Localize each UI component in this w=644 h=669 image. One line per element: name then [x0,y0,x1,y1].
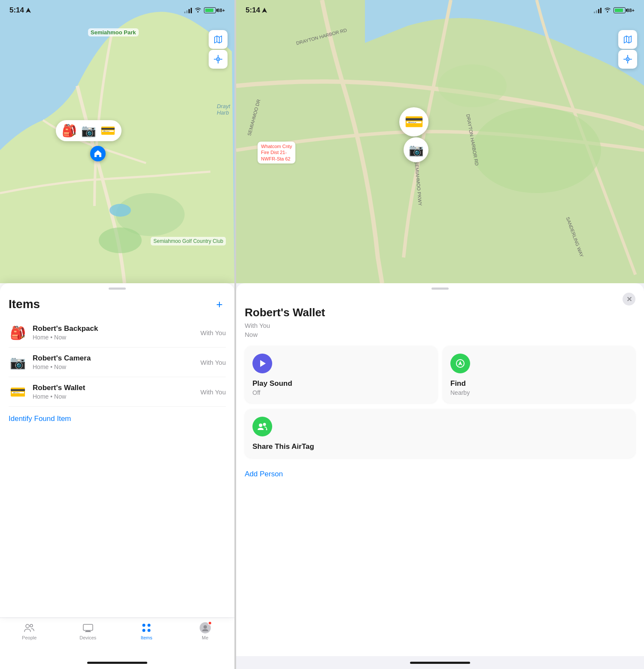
camera-sub: Home • Now [33,363,200,370]
me-tab-icon [200,622,211,633]
tab-me[interactable]: Me [176,622,235,640]
add-person-button[interactable]: Add Person [245,464,635,483]
wallet-sub: Home • Now [33,393,200,400]
play-sound-sub: Off [252,389,430,396]
add-item-button[interactable]: + [213,298,226,311]
devices-tab-icon [82,622,94,633]
map-view-toggle[interactable] [209,30,228,49]
right-home-bar [410,662,470,664]
list-item[interactable]: 📷 Robert's Camera Home • Now With You [9,348,226,377]
left-phone-panel: Semiahmoo Park Semiahmoo Golf Country Cl… [0,0,234,669]
camera-detail-marker[interactable]: 📷 [404,137,428,162]
items-tab-icon [141,622,152,633]
wallet-detail-marker[interactable]: 💳 [399,107,428,136]
right-map[interactable]: DRAYTON HARBOR RD SEMIAHMOO DR DRAYTON H… [236,0,644,283]
camera-info: Robert's Camera Home • Now [33,354,200,370]
backpack-sub: Home • Now [33,334,200,341]
svg-point-27 [263,423,266,426]
svg-point-15 [148,629,151,632]
wallet-marker-left: 💳 [100,124,115,138]
home-pin [90,146,106,161]
left-signal [184,7,192,13]
svg-point-8 [30,624,33,627]
items-bottom-sheet: Items + 🎒 Robert's Backpack Home • Now W… [0,283,234,618]
me-avatar [200,622,211,633]
map-marker-cluster[interactable]: 🎒 📷 💳 [56,120,122,141]
right-status-bar: 5:14 88+ [236,0,644,17]
svg-point-6 [218,59,219,60]
tab-people-label: People [22,635,36,640]
camera-icon: 📷 [9,353,27,371]
camera-status: With You [200,359,226,366]
left-status-icons: 88+ [184,7,225,14]
right-battery: 88+ [614,7,635,13]
people-tab-icon [24,622,35,633]
svg-point-2 [99,227,142,253]
location-center-btn[interactable] [209,50,228,69]
wallet-status: With You [200,388,226,396]
detail-item-name: Robert's Wallet [245,306,635,319]
detail-status: With You Now [245,321,635,339]
play-sound-card[interactable]: Play Sound Off [245,346,437,403]
right-map-view-toggle[interactable] [618,30,637,49]
svg-point-16 [204,625,207,629]
svg-marker-20 [262,8,267,13]
action-cards: Play Sound Off Find Nearby [245,346,635,403]
backpack-icon: 🎒 [9,324,27,342]
svg-point-22 [627,59,629,60]
tab-people[interactable]: People [0,622,59,640]
detail-sheet: ✕ Robert's Wallet With You Now Play [236,283,644,656]
left-map-controls [209,30,228,69]
backpack-info: Robert's Backpack Home • Now [33,324,200,341]
list-item[interactable]: 💳 Robert's Wallet Home • Now With You [9,377,226,407]
camera-marker: 📷 [81,124,96,138]
find-nearby-icon [450,354,470,373]
svg-point-12 [143,624,146,627]
find-label: Find [450,379,628,388]
identify-found-item-link[interactable]: Identify Found Item [9,407,226,428]
detail-sheet-inner: ✕ Robert's Wallet With You Now Play [236,283,644,656]
tab-items-label: Items [141,635,152,640]
tab-bar: People Devices Items [0,618,234,656]
svg-point-19 [438,64,507,107]
left-status-bar: 5:14 88+ [0,0,234,17]
golf-club-label: Semiahmoo Golf Country Club [151,237,226,245]
find-nearby-card[interactable]: Find Nearby [443,346,635,403]
sheet-handle [109,288,126,290]
share-airtag-label: Share This AirTag [252,442,628,451]
list-item[interactable]: 🎒 Robert's Backpack Home • Now With You [9,318,226,348]
play-sound-label: Play Sound [252,379,430,388]
backpack-status: With You [200,329,226,336]
tab-devices[interactable]: Devices [59,622,118,640]
find-sub: Nearby [450,389,628,396]
right-map-controls [618,30,637,69]
svg-point-18 [472,107,601,193]
left-map[interactable]: Semiahmoo Park Semiahmoo Golf Country Cl… [0,0,234,283]
right-status-time: 5:14 [246,6,267,15]
svg-marker-4 [26,8,31,13]
left-home-indicator [0,656,234,669]
tab-items[interactable]: Items [117,622,176,640]
items-header: Items + [9,297,226,311]
camera-name: Robert's Camera [33,354,200,363]
wallet-marker-emoji: 💳 [404,113,424,131]
share-airtag-card[interactable]: Share This AirTag [245,409,635,458]
right-phone-panel: DRAYTON HARBOR RD SEMIAHMOO DR DRAYTON H… [236,0,644,669]
svg-point-28 [266,429,267,430]
item-list: 🎒 Robert's Backpack Home • Now With You … [9,318,226,407]
drayton-harbor-label: DraytHarb [217,103,230,116]
play-sound-icon [252,354,272,373]
wallet-icon: 💳 [9,383,27,401]
backpack-name: Robert's Backpack [33,324,200,333]
tab-me-label: Me [202,635,208,640]
svg-point-13 [148,624,151,627]
right-sheet-handle [431,288,449,290]
tab-devices-label: Devices [79,635,96,640]
close-detail-button[interactable]: ✕ [623,293,635,306]
fire-station-label: Whatcom CntyFire Dist 21-NWFR-Sta 62 [258,142,295,163]
detail-title-section: Robert's Wallet With You Now [245,297,635,346]
right-location-center-btn[interactable] [618,50,637,69]
left-status-time: 5:14 [9,6,31,15]
right-status-icons: 88+ [594,7,635,14]
svg-point-14 [143,629,146,632]
